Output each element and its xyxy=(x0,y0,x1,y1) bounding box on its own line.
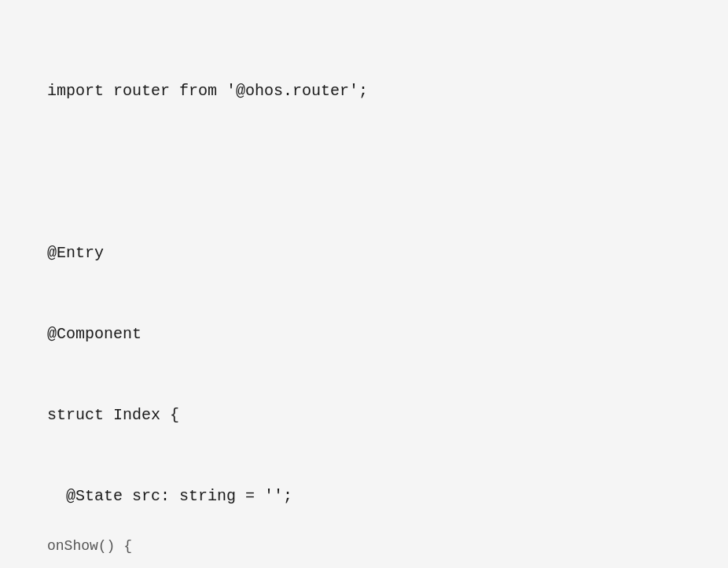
code-line-4: @Component xyxy=(47,320,681,348)
code-line-blank-1 xyxy=(47,158,681,186)
code-line-3: @Entry xyxy=(47,239,681,267)
code-container: import router from '@ohos.router'; @Entr… xyxy=(0,0,728,568)
code-line-5: struct Index { xyxy=(47,401,681,429)
code-block: import router from '@ohos.router'; @Entr… xyxy=(47,24,681,568)
code-line-blank-2 xyxy=(47,563,681,568)
code-line-1: import router from '@ohos.router'; xyxy=(47,77,681,105)
bottom-hint: onShow() { xyxy=(47,538,132,554)
code-line-6: @State src: string = ''; xyxy=(47,482,681,510)
